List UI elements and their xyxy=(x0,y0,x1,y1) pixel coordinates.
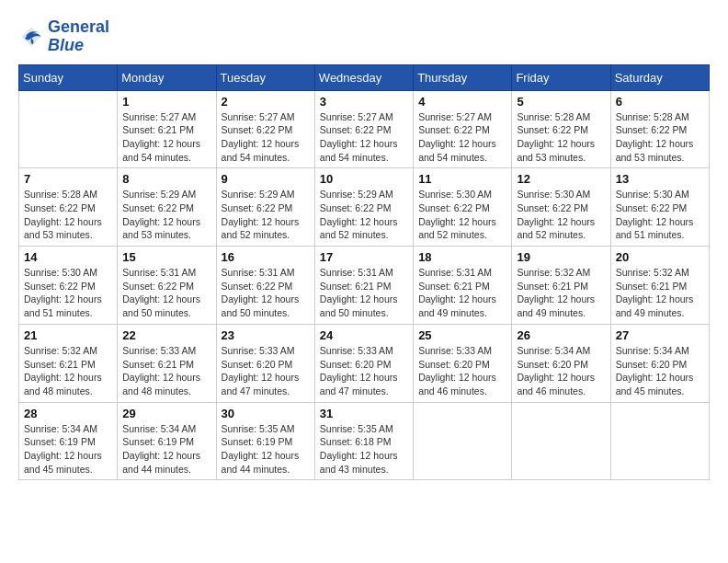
day-info: Sunrise: 5:31 AM Sunset: 6:22 PM Dayligh… xyxy=(122,266,210,320)
day-info: Sunrise: 5:30 AM Sunset: 6:22 PM Dayligh… xyxy=(616,188,704,242)
day-number: 2 xyxy=(222,95,310,109)
day-info: Sunrise: 5:35 AM Sunset: 6:18 PM Dayligh… xyxy=(320,422,408,477)
calendar-cell: 27Sunrise: 5:34 AM Sunset: 6:20 PM Dayli… xyxy=(610,324,709,402)
day-info: Sunrise: 5:35 AM Sunset: 6:19 PM Dayligh… xyxy=(222,422,310,477)
day-info: Sunrise: 5:34 AM Sunset: 6:20 PM Dayligh… xyxy=(517,344,605,398)
day-info: Sunrise: 5:34 AM Sunset: 6:19 PM Dayligh… xyxy=(122,422,210,477)
day-number: 13 xyxy=(616,172,704,186)
day-number: 29 xyxy=(122,407,210,420)
day-info: Sunrise: 5:28 AM Sunset: 6:22 PM Dayligh… xyxy=(517,110,605,165)
day-info: Sunrise: 5:29 AM Sunset: 6:22 PM Dayligh… xyxy=(122,188,210,242)
day-info: Sunrise: 5:30 AM Sunset: 6:22 PM Dayligh… xyxy=(418,188,506,242)
calendar-cell: 1Sunrise: 5:27 AM Sunset: 6:21 PM Daylig… xyxy=(118,90,216,168)
logo: General Blue xyxy=(18,18,109,55)
weekday-header: Monday xyxy=(118,64,216,90)
day-number: 16 xyxy=(222,250,310,264)
day-number: 27 xyxy=(616,328,704,342)
calendar-week-row: 14Sunrise: 5:30 AM Sunset: 6:22 PM Dayli… xyxy=(19,247,710,325)
calendar-cell: 19Sunrise: 5:32 AM Sunset: 6:21 PM Dayli… xyxy=(512,247,610,325)
day-info: Sunrise: 5:29 AM Sunset: 6:22 PM Dayligh… xyxy=(320,188,408,242)
day-info: Sunrise: 5:30 AM Sunset: 6:22 PM Dayligh… xyxy=(517,188,605,242)
weekday-header: Saturday xyxy=(610,64,709,90)
day-number: 20 xyxy=(616,250,704,264)
weekday-header: Thursday xyxy=(414,64,512,90)
calendar-cell: 7Sunrise: 5:28 AM Sunset: 6:22 PM Daylig… xyxy=(19,168,118,247)
calendar-cell: 26Sunrise: 5:34 AM Sunset: 6:20 PM Dayli… xyxy=(512,324,610,402)
calendar-cell: 15Sunrise: 5:31 AM Sunset: 6:22 PM Dayli… xyxy=(118,247,216,325)
calendar-cell: 24Sunrise: 5:33 AM Sunset: 6:20 PM Dayli… xyxy=(314,324,413,402)
day-info: Sunrise: 5:34 AM Sunset: 6:20 PM Dayligh… xyxy=(616,344,704,398)
day-number: 15 xyxy=(122,250,210,264)
calendar-week-row: 28Sunrise: 5:34 AM Sunset: 6:19 PM Dayli… xyxy=(19,402,710,480)
calendar-cell xyxy=(512,402,610,480)
day-info: Sunrise: 5:33 AM Sunset: 6:21 PM Dayligh… xyxy=(122,344,210,398)
day-info: Sunrise: 5:27 AM Sunset: 6:22 PM Dayligh… xyxy=(418,110,506,165)
day-number: 30 xyxy=(222,407,310,420)
calendar-cell: 20Sunrise: 5:32 AM Sunset: 6:21 PM Dayli… xyxy=(610,247,709,325)
day-info: Sunrise: 5:32 AM Sunset: 6:21 PM Dayligh… xyxy=(24,344,112,398)
day-info: Sunrise: 5:33 AM Sunset: 6:20 PM Dayligh… xyxy=(222,344,310,398)
calendar-cell: 3Sunrise: 5:27 AM Sunset: 6:22 PM Daylig… xyxy=(314,90,413,168)
weekday-header: Sunday xyxy=(19,64,118,90)
day-info: Sunrise: 5:27 AM Sunset: 6:21 PM Dayligh… xyxy=(122,110,210,165)
calendar-cell: 22Sunrise: 5:33 AM Sunset: 6:21 PM Dayli… xyxy=(118,324,216,402)
calendar-cell: 21Sunrise: 5:32 AM Sunset: 6:21 PM Dayli… xyxy=(19,324,118,402)
calendar-cell: 30Sunrise: 5:35 AM Sunset: 6:19 PM Dayli… xyxy=(216,402,314,480)
day-number: 24 xyxy=(320,328,408,342)
weekday-header: Friday xyxy=(512,64,610,90)
page-header: General Blue xyxy=(18,18,710,55)
calendar-cell: 17Sunrise: 5:31 AM Sunset: 6:21 PM Dayli… xyxy=(314,247,413,325)
day-info: Sunrise: 5:28 AM Sunset: 6:22 PM Dayligh… xyxy=(616,110,704,165)
day-number: 21 xyxy=(24,328,112,342)
day-number: 11 xyxy=(418,172,506,186)
day-info: Sunrise: 5:28 AM Sunset: 6:22 PM Dayligh… xyxy=(24,188,112,242)
day-info: Sunrise: 5:33 AM Sunset: 6:20 PM Dayligh… xyxy=(418,344,506,398)
calendar-cell: 2Sunrise: 5:27 AM Sunset: 6:22 PM Daylig… xyxy=(216,90,314,168)
calendar-cell: 12Sunrise: 5:30 AM Sunset: 6:22 PM Dayli… xyxy=(512,168,610,247)
day-number: 8 xyxy=(122,172,210,186)
calendar-cell: 16Sunrise: 5:31 AM Sunset: 6:22 PM Dayli… xyxy=(216,247,314,325)
calendar-week-row: 21Sunrise: 5:32 AM Sunset: 6:21 PM Dayli… xyxy=(19,324,710,402)
day-number: 3 xyxy=(320,95,408,109)
day-number: 5 xyxy=(517,95,605,109)
day-info: Sunrise: 5:29 AM Sunset: 6:22 PM Dayligh… xyxy=(222,188,310,242)
calendar-cell: 4Sunrise: 5:27 AM Sunset: 6:22 PM Daylig… xyxy=(414,90,512,168)
day-info: Sunrise: 5:34 AM Sunset: 6:19 PM Dayligh… xyxy=(24,422,112,477)
calendar-cell: 6Sunrise: 5:28 AM Sunset: 6:22 PM Daylig… xyxy=(610,90,709,168)
calendar-cell: 18Sunrise: 5:31 AM Sunset: 6:21 PM Dayli… xyxy=(414,247,512,325)
calendar-cell xyxy=(19,90,118,168)
calendar-cell: 28Sunrise: 5:34 AM Sunset: 6:19 PM Dayli… xyxy=(19,402,118,480)
logo-icon xyxy=(18,24,44,50)
day-number: 17 xyxy=(320,250,408,264)
day-number: 18 xyxy=(418,250,506,264)
day-number: 28 xyxy=(24,407,112,420)
day-number: 23 xyxy=(222,328,310,342)
day-info: Sunrise: 5:32 AM Sunset: 6:21 PM Dayligh… xyxy=(616,266,704,320)
weekday-header: Wednesday xyxy=(314,64,413,90)
day-number: 22 xyxy=(122,328,210,342)
day-number: 1 xyxy=(122,95,210,109)
calendar-cell: 11Sunrise: 5:30 AM Sunset: 6:22 PM Dayli… xyxy=(414,168,512,247)
day-info: Sunrise: 5:30 AM Sunset: 6:22 PM Dayligh… xyxy=(24,266,112,320)
calendar-cell: 5Sunrise: 5:28 AM Sunset: 6:22 PM Daylig… xyxy=(512,90,610,168)
calendar-cell xyxy=(610,402,709,480)
day-info: Sunrise: 5:32 AM Sunset: 6:21 PM Dayligh… xyxy=(517,266,605,320)
calendar-cell: 29Sunrise: 5:34 AM Sunset: 6:19 PM Dayli… xyxy=(118,402,216,480)
calendar-week-row: 1Sunrise: 5:27 AM Sunset: 6:21 PM Daylig… xyxy=(19,90,710,168)
calendar-week-row: 7Sunrise: 5:28 AM Sunset: 6:22 PM Daylig… xyxy=(19,168,710,247)
calendar-cell: 10Sunrise: 5:29 AM Sunset: 6:22 PM Dayli… xyxy=(314,168,413,247)
day-number: 4 xyxy=(418,95,506,109)
logo-text: General Blue xyxy=(48,18,109,55)
calendar-cell: 25Sunrise: 5:33 AM Sunset: 6:20 PM Dayli… xyxy=(414,324,512,402)
day-number: 19 xyxy=(517,250,605,264)
day-info: Sunrise: 5:33 AM Sunset: 6:20 PM Dayligh… xyxy=(320,344,408,398)
calendar-header: SundayMondayTuesdayWednesdayThursdayFrid… xyxy=(19,64,710,90)
weekday-header: Tuesday xyxy=(216,64,314,90)
day-number: 6 xyxy=(616,95,704,109)
calendar-cell xyxy=(414,402,512,480)
calendar-cell: 31Sunrise: 5:35 AM Sunset: 6:18 PM Dayli… xyxy=(314,402,413,480)
calendar-cell: 14Sunrise: 5:30 AM Sunset: 6:22 PM Dayli… xyxy=(19,247,118,325)
day-info: Sunrise: 5:27 AM Sunset: 6:22 PM Dayligh… xyxy=(222,110,310,165)
day-number: 10 xyxy=(320,172,408,186)
day-info: Sunrise: 5:31 AM Sunset: 6:21 PM Dayligh… xyxy=(320,266,408,320)
